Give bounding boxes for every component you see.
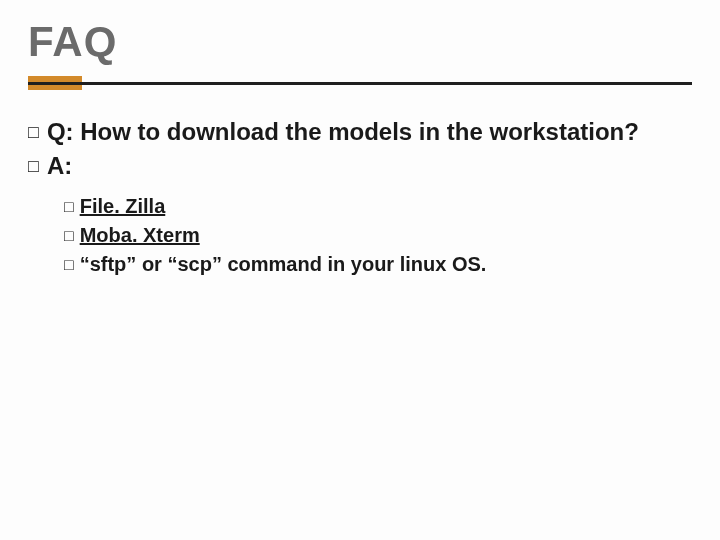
list-item-text: Q: How to download the models in the wor… (47, 116, 692, 148)
sub-list-item-text: File. Zilla (80, 193, 166, 220)
sub-list-item: □ “sftp” or “scp” command in your linux … (64, 251, 692, 278)
page-title: FAQ (28, 18, 692, 66)
sub-list-item-text: “sftp” or “scp” command in your linux OS… (80, 251, 487, 278)
link-filezilla[interactable]: File. Zilla (80, 195, 166, 217)
sub-list-item: □ File. Zilla (64, 193, 692, 220)
horizontal-rule (28, 82, 692, 85)
square-bullet-icon: □ (64, 225, 74, 247)
list-item: □ Q: How to download the models in the w… (28, 116, 692, 148)
square-bullet-icon: □ (28, 120, 39, 144)
square-bullet-icon: □ (64, 196, 74, 218)
sub-list: □ File. Zilla □ Moba. Xterm □ “sftp” or … (64, 193, 692, 278)
sub-list-item: □ Moba. Xterm (64, 222, 692, 249)
sub-list-item-text: Moba. Xterm (80, 222, 200, 249)
body-list: □ Q: How to download the models in the w… (28, 116, 692, 278)
square-bullet-icon: □ (28, 154, 39, 178)
slide: FAQ □ Q: How to download the models in t… (0, 0, 720, 540)
square-bullet-icon: □ (64, 254, 74, 276)
list-item-text: A: (47, 150, 692, 182)
link-mobaxterm[interactable]: Moba. Xterm (80, 224, 200, 246)
title-rule (28, 76, 692, 88)
list-item: □ A: (28, 150, 692, 182)
